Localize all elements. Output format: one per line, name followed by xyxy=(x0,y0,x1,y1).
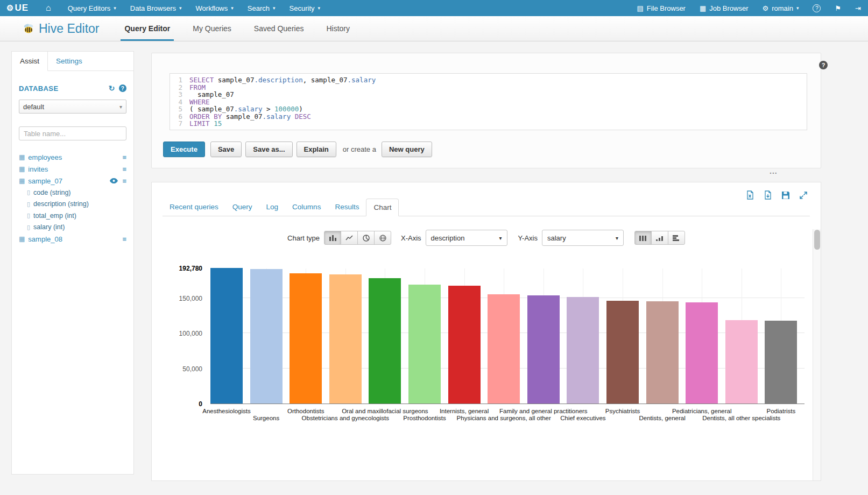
user-menu[interactable]: ⚙ romain ▾ xyxy=(756,0,806,16)
y-tick-label: 100,000 xyxy=(152,330,202,337)
chart-bar-3[interactable] xyxy=(329,274,362,404)
y-axis-label: Y-Axis xyxy=(518,234,538,242)
table-browse-icon[interactable]: ≡ xyxy=(122,166,126,173)
refresh-icon[interactable]: ↻ xyxy=(109,84,115,93)
grouped-bars-button[interactable] xyxy=(634,231,652,245)
x-tick-label: Dentists, general xyxy=(639,415,685,421)
line-chart-button[interactable] xyxy=(341,231,358,245)
table-link-sample-07[interactable]: sample_07 xyxy=(28,177,62,185)
tab-query-editor[interactable]: Query Editor xyxy=(113,16,181,41)
horizontal-bars-icon xyxy=(673,235,680,241)
menu-search[interactable]: Search ▾ xyxy=(241,0,283,16)
tab-chart[interactable]: Chart xyxy=(366,199,399,216)
sql-editor[interactable]: 1234567 SELECT sample_07.description, sa… xyxy=(170,73,807,130)
file-browser-button[interactable]: ▤ File Browser xyxy=(630,0,693,16)
execute-button[interactable]: Execute xyxy=(163,142,205,157)
stacked-bars-button[interactable] xyxy=(651,231,668,245)
chart-bar-7[interactable] xyxy=(488,294,520,404)
tab-recent-queries[interactable]: Recent queries xyxy=(163,199,225,216)
feedback-button[interactable]: ⚑ xyxy=(828,0,848,16)
tab-query[interactable]: Query xyxy=(225,199,259,216)
job-browser-button[interactable]: ▦ Job Browser xyxy=(693,0,756,16)
database-select[interactable]: default ▾ xyxy=(19,100,126,114)
app-header: Hive Editor Query Editor My Queries Save… xyxy=(0,16,868,41)
table-browse-icon[interactable]: ≡ xyxy=(122,178,126,185)
chart-bar-10[interactable] xyxy=(606,301,639,404)
column-link-code[interactable]: code (string) xyxy=(33,189,70,196)
table-browse-icon[interactable]: ≡ xyxy=(122,236,126,243)
chart-bar-0[interactable] xyxy=(210,268,243,404)
line-number: 5 xyxy=(170,105,182,113)
help-button[interactable]: ? xyxy=(806,0,828,16)
editor-buttons: Execute Save Save as... Explain or creat… xyxy=(163,142,432,157)
logout-button[interactable]: ⇥ xyxy=(848,0,868,16)
app-title-link[interactable]: Hive Editor xyxy=(23,22,99,36)
y-axis-select[interactable]: salary ▾ xyxy=(542,230,624,246)
column-icon: ▯ xyxy=(27,212,30,219)
column-row-total-emp: ▯ total_emp (int) xyxy=(19,210,126,222)
column-link-salary[interactable]: salary (int) xyxy=(33,223,65,231)
tab-saved-queries[interactable]: Saved Queries xyxy=(243,16,315,41)
chevron-down-icon: ▾ xyxy=(119,104,122,110)
y-tick-label: 192,780 xyxy=(152,265,202,272)
new-query-button[interactable]: New query xyxy=(382,142,432,157)
chart-bar-12[interactable] xyxy=(686,302,718,404)
explain-button[interactable]: Explain xyxy=(297,142,336,157)
tab-my-queries[interactable]: My Queries xyxy=(181,16,243,41)
table-link-employees[interactable]: employees xyxy=(28,153,62,161)
chart-bar-14[interactable] xyxy=(765,321,797,404)
job-browser-icon: ▦ xyxy=(700,4,706,12)
scrollbar-thumb[interactable] xyxy=(814,230,820,250)
y-tick-label: 150,000 xyxy=(152,295,202,302)
table-link-invites[interactable]: invites xyxy=(28,165,48,173)
vertical-scrollbar[interactable] xyxy=(813,229,821,480)
job-browser-label: Job Browser xyxy=(709,4,748,12)
preview-eye-icon[interactable] xyxy=(110,178,118,183)
chart-bar-2[interactable] xyxy=(290,273,322,404)
tab-results[interactable]: Results xyxy=(328,199,366,216)
tab-log[interactable]: Log xyxy=(259,199,286,216)
tab-columns[interactable]: Columns xyxy=(285,199,328,216)
x-tick-label: Psychiatrists xyxy=(605,408,640,414)
column-icon: ▯ xyxy=(27,201,30,208)
home-button[interactable]: ⌂ xyxy=(36,0,61,16)
panel-resize-handle[interactable]: ... xyxy=(770,167,778,175)
chart-bar-6[interactable] xyxy=(448,286,481,404)
tab-assist[interactable]: Assist xyxy=(12,52,48,71)
sql-line: ( sample_07.salary > 100000) xyxy=(189,105,376,113)
x-axis-select[interactable]: description ▾ xyxy=(426,230,507,246)
chart-bar-13[interactable] xyxy=(725,320,758,404)
tab-history[interactable]: History xyxy=(315,16,361,41)
chart-bar-5[interactable] xyxy=(408,285,441,404)
database-help-icon[interactable]: ? xyxy=(119,84,126,92)
pie-chart-button[interactable] xyxy=(357,231,375,245)
column-link-total-emp[interactable]: total_emp (int) xyxy=(33,212,76,220)
chart-bar-8[interactable] xyxy=(527,295,560,404)
chart-plot xyxy=(210,268,805,404)
or-create-label: or create a xyxy=(343,145,376,153)
menu-workflows[interactable]: Workflows ▾ xyxy=(189,0,241,16)
horizontal-bars-button[interactable] xyxy=(668,231,685,245)
table-link-sample-08[interactable]: sample_08 xyxy=(28,235,62,243)
chart-bar-1[interactable] xyxy=(250,269,283,404)
menu-query-editors[interactable]: Query Editors ▾ xyxy=(61,0,123,16)
map-chart-button[interactable] xyxy=(374,231,391,245)
tab-settings[interactable]: Settings xyxy=(48,52,90,70)
chart-bar-4[interactable] xyxy=(369,278,401,404)
table-browse-icon[interactable]: ≡ xyxy=(122,154,126,161)
menu-data-browsers[interactable]: Data Browsers ▾ xyxy=(123,0,189,16)
menu-security[interactable]: Security ▾ xyxy=(283,0,328,16)
stacked-bars-icon xyxy=(656,235,663,241)
hue-logo[interactable]: ⚙UE xyxy=(0,0,36,16)
save-as-button[interactable]: Save as... xyxy=(245,142,292,157)
save-button[interactable]: Save xyxy=(210,142,242,157)
table-filter-input[interactable] xyxy=(19,126,126,140)
column-link-description[interactable]: description (string) xyxy=(33,200,89,208)
hue-logo-gear-icon: ⚙ xyxy=(6,3,14,13)
line-number: 2 xyxy=(170,84,182,91)
chart-bar-9[interactable] xyxy=(567,297,599,404)
editor-help-icon[interactable]: ? xyxy=(819,61,828,69)
chart-bar-11[interactable] xyxy=(646,301,679,404)
bar-chart-button[interactable] xyxy=(324,231,341,245)
query-editor-card: 1234567 SELECT sample_07.description, sa… xyxy=(151,53,821,168)
